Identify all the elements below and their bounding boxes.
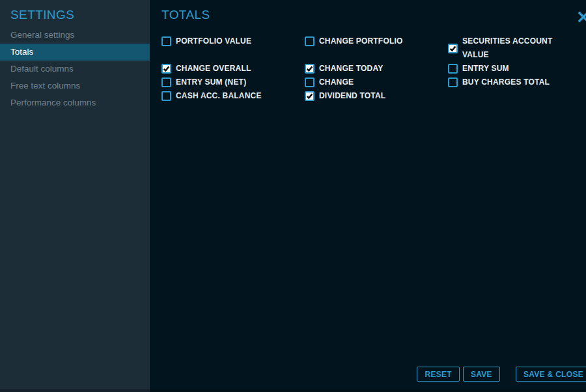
checkbox-label: ENTRY SUM	[462, 62, 509, 76]
checkbox-row-cash-acc-balance[interactable]: CASH ACC. BALANCE	[161, 89, 305, 103]
checkbox-slot: DIVIDEND TOTAL	[305, 89, 448, 103]
checkbox-slot: CASH ACC. BALANCE	[161, 89, 305, 103]
checkbox-column-1: PORTFOLIO VALUECHANGE OVERALLENTRY SUM (…	[161, 35, 305, 103]
save-close-button[interactable]: SAVE & CLOSE	[516, 367, 586, 382]
checkbox-slot: CHANGE PORTFOLIO	[305, 35, 448, 62]
checkbox-slot: CHANGE OVERALL	[161, 62, 305, 76]
settings-dialog: SETTINGS General settingsTotalsDefault c…	[0, 0, 586, 392]
checkbox-row-change[interactable]: CHANGE	[305, 76, 448, 89]
checkbox-slot: PORTFOLIO VALUE	[161, 35, 305, 62]
checkbox-row-change-today[interactable]: CHANGE TODAY	[305, 62, 448, 76]
checkbox-label: CHANGE OVERALL	[176, 62, 251, 76]
sidebar-item-performance-columns[interactable]: Performance columns	[0, 94, 150, 111]
checkbox-label: CASH ACC. BALANCE	[176, 89, 262, 103]
unchecked-checkbox-buy-charges-total[interactable]	[448, 77, 458, 87]
checkbox-slot: CHANGE TODAY	[305, 62, 448, 76]
checkbox-label: PORTFOLIO VALUE	[176, 35, 251, 48]
main-panel: TOTALS PORTFOLIO VALUECHANGE OVERALLENTR…	[150, 0, 586, 392]
checkbox-label: CHANGE PORTFOLIO	[319, 35, 403, 48]
checkbox-slot: ENTRY SUM (NET)	[161, 76, 305, 89]
checkbox-slot: ENTRY SUM	[448, 62, 586, 76]
unchecked-checkbox-change-portfolio[interactable]	[305, 36, 314, 46]
checkbox-row-buy-charges-total[interactable]: BUY CHARGES TOTAL	[448, 76, 586, 89]
unchecked-checkbox-entry-sum[interactable]	[448, 64, 458, 74]
sidebar: SETTINGS General settingsTotalsDefault c…	[0, 0, 150, 392]
unchecked-checkbox-cash-acc-balance[interactable]	[161, 91, 171, 101]
save-button[interactable]: SAVE	[463, 367, 500, 382]
reset-button[interactable]: RESET	[417, 367, 460, 382]
checked-checkbox-securities-account-value[interactable]	[448, 44, 458, 53]
sidebar-item-free-text-columns[interactable]: Free text columns	[0, 77, 150, 94]
sidebar-item-default-columns[interactable]: Default columns	[0, 61, 150, 77]
checkbox-row-portfolio-value[interactable]: PORTFOLIO VALUE	[161, 35, 305, 48]
totals-checkbox-grid: PORTFOLIO VALUECHANGE OVERALLENTRY SUM (…	[161, 35, 586, 103]
sidebar-title: SETTINGS	[0, 8, 150, 21]
sidebar-item-general-settings[interactable]: General settings	[0, 27, 150, 44]
checked-checkbox-change-today[interactable]	[305, 64, 314, 74]
close-button[interactable]	[576, 9, 586, 25]
checkbox-row-change-portfolio[interactable]: CHANGE PORTFOLIO	[305, 35, 448, 48]
checked-checkbox-dividend-total[interactable]	[305, 91, 314, 101]
checkbox-slot: SECURITIES ACCOUNT VALUE	[448, 35, 586, 62]
sidebar-nav: General settingsTotalsDefault columnsFre…	[0, 27, 150, 111]
checked-checkbox-change-overall[interactable]	[161, 64, 171, 74]
checkbox-slot: CHANGE	[305, 76, 448, 89]
checkbox-label: DIVIDEND TOTAL	[319, 89, 385, 103]
checkbox-label: CHANGE TODAY	[319, 62, 383, 76]
unchecked-checkbox-change[interactable]	[305, 77, 314, 87]
close-icon	[578, 11, 586, 23]
checkbox-column-2: CHANGE PORTFOLIOCHANGE TODAYCHANGEDIVIDE…	[305, 35, 448, 103]
checkbox-label: SECURITIES ACCOUNT VALUE	[462, 35, 553, 62]
checkbox-label: ENTRY SUM (NET)	[176, 76, 246, 89]
checkbox-column-3: SECURITIES ACCOUNT VALUEENTRY SUMBUY CHA…	[448, 35, 586, 103]
unchecked-checkbox-entry-sum-net[interactable]	[161, 77, 171, 87]
sidebar-item-totals[interactable]: Totals	[0, 44, 150, 61]
footer-actions: RESETSAVESAVE & CLOSE	[417, 367, 586, 382]
checkbox-label: CHANGE	[319, 76, 354, 89]
checkbox-row-entry-sum[interactable]: ENTRY SUM	[448, 62, 586, 76]
checkbox-label: BUY CHARGES TOTAL	[462, 76, 550, 89]
page-title: TOTALS	[161, 8, 586, 21]
checkbox-slot: BUY CHARGES TOTAL	[448, 76, 586, 89]
unchecked-checkbox-portfolio-value[interactable]	[161, 36, 171, 46]
checkbox-row-change-overall[interactable]: CHANGE OVERALL	[161, 62, 305, 76]
checkbox-row-entry-sum-net[interactable]: ENTRY SUM (NET)	[161, 76, 305, 89]
checkbox-row-securities-account-value[interactable]: SECURITIES ACCOUNT VALUE	[448, 35, 586, 62]
checkbox-row-dividend-total[interactable]: DIVIDEND TOTAL	[305, 89, 448, 103]
